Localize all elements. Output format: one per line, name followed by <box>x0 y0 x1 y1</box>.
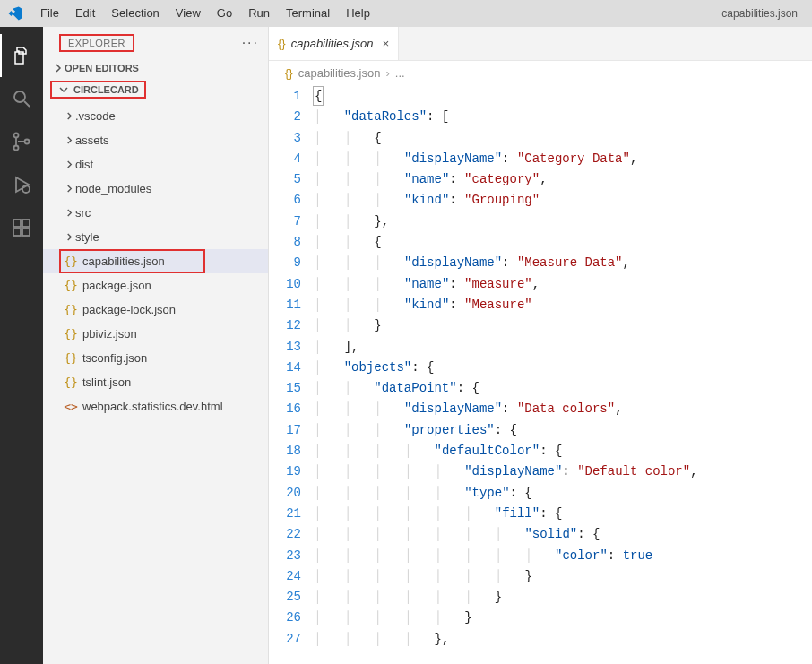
vscode-logo-icon <box>7 5 23 22</box>
file-tree: .vscodeassetsdistnode_modulessrcstylecap… <box>43 102 268 418</box>
code-editor[interactable]: 1234567891011121314151617181920212223242… <box>269 84 812 664</box>
activity-explorer[interactable] <box>0 34 43 77</box>
file-package-lock-json[interactable]: package-lock.json <box>43 298 268 322</box>
breadcrumb-tail: ... <box>395 66 405 80</box>
file-pbiviz-json[interactable]: pbiviz.json <box>43 322 268 346</box>
file-webpack-statistics-dev-html[interactable]: <>webpack.statistics.dev.html <box>43 394 268 418</box>
svg-rect-9 <box>13 229 21 236</box>
folder-assets[interactable]: assets <box>43 128 268 152</box>
tree-item-label: .vscode <box>75 109 116 123</box>
activity-bar <box>0 27 43 664</box>
file-capabilities-json[interactable]: capabilities.json <box>43 249 268 273</box>
chevron-right-icon: › <box>385 66 389 80</box>
chevron-down-icon <box>57 85 70 94</box>
file-package-json[interactable]: package.json <box>43 273 268 298</box>
tree-item-label: pbiviz.json <box>82 327 137 341</box>
sidebar-explorer: EXPLORER ··· OPEN EDITORS CIRCLECARD .vs… <box>43 27 269 664</box>
folder-dist[interactable]: dist <box>43 152 268 177</box>
window-title: capabilities.json <box>721 7 805 20</box>
activity-source-control[interactable] <box>0 120 43 163</box>
tab-capabilities[interactable]: capabilities.json × <box>269 27 399 60</box>
breadcrumb[interactable]: capabilities.json › ... <box>269 61 812 84</box>
html-icon: <> <box>63 400 79 413</box>
tree-item-label: tsconfig.json <box>82 351 147 365</box>
code-content[interactable]: {│ "dataRoles": [│ │ {│ │ │ "displayName… <box>314 84 812 664</box>
tree-item-label: webpack.statistics.dev.html <box>82 400 223 413</box>
json-icon <box>63 351 79 365</box>
chevron-right-icon <box>63 136 75 144</box>
tree-item-label: package.json <box>82 279 151 292</box>
svg-point-3 <box>14 146 19 151</box>
json-icon <box>285 66 293 80</box>
section-open-editors-label: OPEN EDITORS <box>65 63 139 73</box>
chevron-right-icon <box>63 160 75 168</box>
section-project-label: CIRCLECARD <box>73 84 139 95</box>
tree-item-label: dist <box>75 158 93 171</box>
menu-terminal[interactable]: Terminal <box>278 6 338 20</box>
folder--vscode[interactable]: .vscode <box>43 104 268 128</box>
activity-run-debug[interactable] <box>0 163 43 206</box>
chevron-right-icon <box>63 209 75 217</box>
svg-point-0 <box>14 91 25 102</box>
menu-help[interactable]: Help <box>338 6 378 20</box>
line-gutter: 1234567891011121314151617181920212223242… <box>269 84 314 664</box>
activity-extensions[interactable] <box>0 206 43 249</box>
tree-item-label: style <box>75 230 99 244</box>
tab-label: capabilities.json <box>291 37 374 50</box>
svg-line-1 <box>24 101 30 107</box>
svg-point-2 <box>14 134 19 138</box>
svg-rect-7 <box>13 220 21 227</box>
svg-rect-10 <box>22 229 30 236</box>
editor-area: capabilities.json × capabilities.json › … <box>269 27 812 664</box>
section-project[interactable]: CIRCLECARD <box>43 77 268 102</box>
chevron-right-icon <box>63 112 75 120</box>
section-open-editors[interactable]: OPEN EDITORS <box>43 59 268 77</box>
folder-src[interactable]: src <box>43 201 268 225</box>
tree-item-label: package-lock.json <box>82 303 176 316</box>
chevron-right-icon <box>63 185 75 193</box>
menu-view[interactable]: View <box>168 6 209 20</box>
file-tsconfig-json[interactable]: tsconfig.json <box>43 346 268 370</box>
json-icon <box>278 37 286 50</box>
menu-go[interactable]: Go <box>209 6 240 20</box>
chevron-right-icon <box>52 64 65 73</box>
menu-bar: FileEditSelectionViewGoRunTerminalHelp c… <box>0 0 812 27</box>
tree-item-label: assets <box>75 134 109 147</box>
breadcrumb-file: capabilities.json <box>298 66 381 80</box>
tree-item-label: capabilities.json <box>82 254 165 268</box>
menu-run[interactable]: Run <box>240 6 278 20</box>
json-icon <box>63 327 79 341</box>
menu-file[interactable]: File <box>32 6 67 20</box>
json-icon <box>63 254 79 268</box>
chevron-right-icon <box>63 233 75 241</box>
menu-selection[interactable]: Selection <box>103 6 167 20</box>
json-icon <box>63 375 79 389</box>
sidebar-title: EXPLORER <box>59 34 134 52</box>
close-icon[interactable]: × <box>382 37 389 50</box>
svg-point-4 <box>25 140 30 144</box>
tab-bar: capabilities.json × <box>269 27 812 61</box>
tree-item-label: tslint.json <box>82 375 131 389</box>
menu-edit[interactable]: Edit <box>67 6 103 20</box>
activity-search[interactable] <box>0 77 43 120</box>
json-icon <box>63 303 79 316</box>
svg-rect-8 <box>22 220 30 227</box>
folder-node-modules[interactable]: node_modules <box>43 177 268 201</box>
file-tslint-json[interactable]: tslint.json <box>43 370 268 394</box>
sidebar-more-icon[interactable]: ··· <box>242 35 259 51</box>
tree-item-label: node_modules <box>75 182 151 195</box>
json-icon <box>63 279 79 292</box>
folder-style[interactable]: style <box>43 225 268 249</box>
tree-item-label: src <box>75 206 91 220</box>
